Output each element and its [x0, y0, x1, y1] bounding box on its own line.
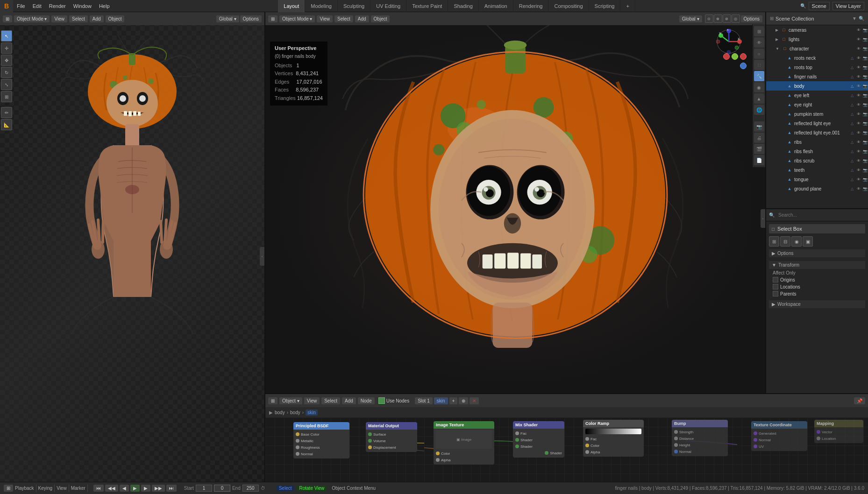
vp-object-btn[interactable]: Object — [106, 15, 125, 22]
node-bump[interactable]: Bump Strength Distance Height Normal — [672, 420, 728, 456]
rpanel-output-icon[interactable]: 🖨 — [754, 133, 764, 143]
tool-scale[interactable]: ⤡ — [1, 79, 12, 90]
rl-vis[interactable]: 👁 — [856, 120, 861, 126]
left-collapse-handle[interactable]: ‹ — [260, 247, 264, 266]
marker-label[interactable]: Marker — [71, 486, 85, 491]
finger-nails-render[interactable]: 📷 — [862, 74, 868, 79]
eye-left-render[interactable]: 📷 — [862, 92, 868, 98]
view-label[interactable]: View — [57, 486, 67, 491]
locations-checkbox[interactable] — [773, 284, 778, 289]
outliner-ribs-scrub[interactable]: ▶ ▲ ribs scrub △ 👁 📷 — [766, 156, 868, 165]
right-vp-editor-type[interactable]: ⊞ — [268, 15, 277, 22]
mode-wire-btn[interactable]: ⊟ — [780, 236, 790, 247]
play-pause-btn[interactable]: ▶ — [130, 485, 140, 492]
workspace-add[interactable]: + — [620, 0, 635, 12]
node-mapping[interactable]: Mapping Vector Location — [814, 420, 863, 443]
keying-label[interactable]: Keying — [38, 486, 53, 491]
ribs-flesh-render[interactable]: 📷 — [862, 148, 868, 154]
props-search-input[interactable] — [775, 209, 865, 221]
ne-add-btn[interactable]: Add — [342, 397, 356, 404]
character-render[interactable]: 📷 — [862, 46, 868, 51]
workspace-shading[interactable]: Shading — [448, 0, 478, 12]
vp-proportional-btn[interactable]: ◎ — [732, 14, 740, 23]
outliner-ground-plane[interactable]: ▶ ▲ ground plane △ 👁 📷 — [766, 184, 868, 193]
transform-header[interactable]: ▼ Transform — [769, 261, 865, 269]
tool-transform[interactable]: ⊞ — [1, 91, 12, 102]
character-visibility[interactable]: 👁 — [856, 46, 861, 51]
rpanel-render-icon[interactable]: 📷 — [754, 121, 764, 132]
rpanel-object-icon[interactable]: ○ — [754, 49, 764, 59]
next-keyframe-btn[interactable]: ▶▶ — [152, 485, 165, 492]
lights-visibility[interactable]: 👁 — [856, 36, 861, 42]
menu-window[interactable]: Window — [70, 0, 95, 12]
vp-add-btn[interactable]: Add — [90, 15, 104, 22]
node-material-output[interactable]: Material Output Surface Volume Displacem… — [366, 422, 417, 452]
tool-cursor[interactable]: ✛ — [1, 42, 12, 54]
cameras-visibility[interactable]: 👁 — [856, 27, 861, 33]
tongue-vis[interactable]: 👁 — [856, 176, 861, 182]
finger-nails-vis[interactable]: 👁 — [856, 74, 861, 79]
workspace-scripting[interactable]: Scripting — [589, 0, 621, 12]
origins-checkbox[interactable] — [773, 277, 778, 282]
workspace-rendering[interactable]: Rendering — [513, 0, 549, 12]
right-vp-options[interactable]: Options — [741, 15, 762, 22]
ne-breadcrumb-body2[interactable]: body — [290, 410, 300, 415]
timeline-editor-type[interactable]: ⊞ — [4, 485, 13, 492]
rpanel-particles-icon[interactable]: ∷ — [754, 60, 764, 70]
rpanel-world-icon[interactable]: 🌐 — [754, 105, 764, 115]
tool-measure[interactable]: 📐 — [1, 119, 12, 130]
parents-checkbox[interactable] — [773, 291, 778, 296]
roots-neck-vis[interactable]: 👁 — [856, 55, 861, 61]
ne-node-btn[interactable]: Node — [358, 397, 375, 404]
roots-top-vis[interactable]: 👁 — [856, 64, 861, 70]
ribs-vis[interactable]: 👁 — [856, 139, 861, 145]
tool-move[interactable]: ✥ — [1, 55, 12, 66]
go-end-btn[interactable]: ⏭ — [166, 485, 177, 492]
workspace-compositing[interactable]: Compositing — [548, 0, 589, 12]
pumpkin-stem-vis[interactable]: 👁 — [856, 111, 861, 117]
rpanel-modifier-icon[interactable]: 🔧 — [754, 71, 764, 81]
use-nodes-checkbox[interactable] — [378, 397, 385, 404]
eye-right-vis[interactable]: 👁 — [856, 102, 861, 107]
rpanel-format-icon[interactable]: 📄 — [754, 155, 764, 165]
menu-render[interactable]: Render — [45, 0, 70, 12]
frame-current-input[interactable]: 0 — [214, 485, 230, 492]
rpanel-material-icon[interactable]: ◉ — [754, 82, 764, 92]
outliner-body[interactable]: ▶ ▲ body △ 👁 📷 — [766, 81, 868, 91]
scene-selector[interactable]: Scene — [809, 2, 830, 10]
outliner-teeth[interactable]: ▶ ▲ teeth △ 👁 📷 — [766, 165, 868, 175]
prev-frame-btn[interactable]: ◀ — [120, 485, 129, 492]
right-vp-object[interactable]: Object — [371, 15, 390, 22]
vp-snap-btn[interactable]: ⊚ — [723, 14, 731, 23]
vp-view-btn[interactable]: View — [51, 15, 67, 22]
vp-overlay-btn[interactable]: ⊙ — [705, 14, 713, 23]
rl001-render[interactable]: 📷 — [862, 130, 868, 135]
vp-select-btn[interactable]: Select — [69, 15, 88, 22]
outliner-reflected-light-001[interactable]: ▶ ▲ reflected light eye.001 △ 👁 📷 — [766, 128, 868, 137]
prev-keyframe-btn[interactable]: ◀◀ — [105, 485, 118, 492]
frame-end-input[interactable]: 250 — [242, 485, 259, 492]
vp-gizmo-btn[interactable]: ⊕ — [714, 14, 722, 23]
ribs-scrub-render[interactable]: 📷 — [862, 158, 868, 163]
workspace-header[interactable]: ▶ Workspace — [769, 300, 865, 308]
workspace-sculpting[interactable]: Sculpting — [338, 0, 370, 12]
node-editor-canvas[interactable]: Principled BSDF Base Color Metallic Roug… — [265, 417, 868, 482]
menu-edit[interactable]: Edit — [29, 0, 45, 12]
menu-file[interactable]: File — [13, 0, 29, 12]
right-vp-global[interactable]: Global ▾ — [679, 15, 702, 22]
ribs-flesh-vis[interactable]: 👁 — [856, 148, 861, 154]
workspace-modeling[interactable]: Modeling — [305, 0, 338, 12]
right-vp-add[interactable]: Add — [355, 15, 369, 22]
go-start-btn[interactable]: ⏮ — [93, 485, 104, 492]
menu-help[interactable]: Help — [95, 0, 114, 12]
mode-render-btn[interactable]: ▣ — [803, 236, 813, 247]
outliner-pumpkin-stem[interactable]: ▶ ▲ pumpkin stem △ 👁 📷 — [766, 109, 868, 119]
ne-slot-btn[interactable]: Slot 1 — [415, 397, 433, 404]
right-vp-mode[interactable]: Object Mode ▾ — [279, 15, 315, 22]
ne-material-btn[interactable]: skin — [434, 397, 448, 404]
outliner-reflected-light[interactable]: ▶ ▲ reflected light eye △ 👁 📷 — [766, 119, 868, 128]
tool-select[interactable]: ↖ — [1, 30, 12, 42]
navigation-gizmo[interactable]: X Y Z — [716, 29, 742, 55]
eye-left-vis[interactable]: 👁 — [856, 92, 861, 98]
workspace-texture-paint[interactable]: Texture Paint — [406, 0, 448, 12]
